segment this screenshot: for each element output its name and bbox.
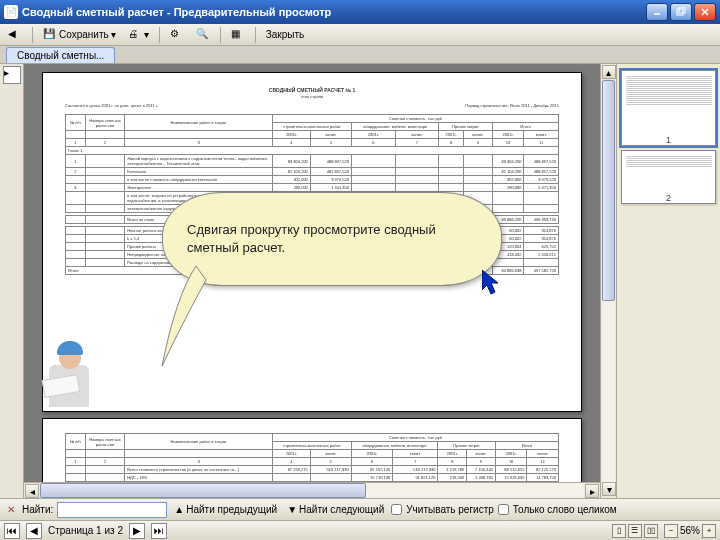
close-window-button[interactable] [694, 3, 716, 21]
svg-marker-5 [482, 270, 498, 294]
find-next-button[interactable]: ▼Найти следующий [284, 503, 387, 516]
zoom-out-button[interactable]: − [664, 524, 678, 538]
vscroll-thumb[interactable] [602, 80, 615, 301]
find-prev-button[interactable]: ▲Найти предыдущий [171, 503, 280, 516]
person-illustration [43, 335, 99, 407]
print-button[interactable]: 🖨▾ [124, 27, 153, 43]
window-title: Сводный сметный расчет - Предварительный… [22, 6, 644, 18]
toolbar: ◀ 💾Сохранить▾ 🖨▾ ⚙ 🔍 ▦ Закрыть [0, 24, 720, 46]
back-button[interactable]: ◀ [4, 27, 26, 43]
find-input[interactable] [57, 502, 167, 518]
match-case-label: Учитывать регистр [406, 504, 494, 515]
first-page-button[interactable]: ⏮ [4, 523, 20, 539]
continuous-button[interactable]: ☰ [628, 524, 642, 538]
thumb-1-number: 1 [622, 135, 715, 145]
hscroll-thumb[interactable] [40, 483, 366, 498]
toolbar-separator [32, 27, 33, 43]
col-code: Номера сметных расче-тов [85, 115, 124, 131]
close-label: Закрыть [266, 29, 305, 40]
callout-tail-icon [156, 256, 216, 376]
last-page-button[interactable]: ⏭ [151, 523, 167, 539]
left-gutter: ▸ [0, 64, 24, 498]
zoom-level: 56% [680, 525, 700, 536]
prev-page-button[interactable]: ◀ [26, 523, 42, 539]
scroll-right-button[interactable]: ▸ [585, 484, 599, 498]
scroll-down-button[interactable]: ▾ [602, 482, 616, 496]
toolbar-separator [255, 27, 256, 43]
whole-word-checkbox[interactable] [498, 504, 509, 515]
tab-main[interactable]: Сводный сметны... [6, 47, 115, 63]
gear-icon: ⚙ [170, 28, 184, 42]
close-preview-button[interactable]: Закрыть [262, 28, 309, 41]
print-icon: 🖨 [128, 28, 142, 42]
scroll-up-button[interactable]: ▴ [602, 65, 616, 79]
tutorial-cursor-icon [482, 270, 504, 300]
up-arrow-icon: ▲ [174, 504, 184, 515]
thumb-2-number: 2 [622, 193, 715, 203]
minimize-button[interactable] [646, 3, 668, 21]
match-case-checkbox[interactable] [391, 504, 402, 515]
col-name: Наименование работ и затрат [125, 115, 273, 131]
find-button[interactable]: 🔍 [192, 27, 214, 43]
back-arrow-icon: ◀ [8, 28, 22, 42]
col-build: строительно-монтажных работ [273, 123, 352, 131]
down-arrow-icon: ▼ [287, 504, 297, 515]
options-button[interactable]: ⚙ [166, 27, 188, 43]
whole-word-label: Только слово целиком [513, 504, 617, 515]
view-mode-buttons: ▯ ☰ ▯▯ [612, 524, 658, 538]
save-label: Сохранить [59, 29, 109, 40]
toolbar-separator [220, 27, 221, 43]
svg-rect-2 [679, 7, 685, 13]
col-smet-group: Сметная стоимость, тыс.руб [273, 115, 559, 123]
find-icon: 🔍 [196, 28, 210, 42]
thumbnails-icon: ▦ [231, 28, 245, 42]
callout-text: Сдвигая прокрутку просмотрите сводный см… [187, 221, 477, 256]
tutorial-callout: Сдвигая прокрутку просмотрите сводный см… [162, 192, 502, 322]
window-titlebar: 📄 Сводный сметный расчет - Предварительн… [0, 0, 720, 24]
save-button[interactable]: 💾Сохранить▾ [39, 27, 120, 43]
two-page-button[interactable]: ▯▯ [644, 524, 658, 538]
gutter-button[interactable]: ▸ [3, 66, 21, 84]
close-find-button[interactable]: ✕ [4, 503, 18, 517]
col-num: № п/п [66, 115, 86, 131]
vertical-scrollbar[interactable]: ▴ ▾ [600, 64, 616, 498]
find-label: Найти: [22, 504, 53, 515]
col-total: Итого [492, 123, 558, 131]
app-icon: 📄 [4, 5, 18, 19]
thumbnail-panel: 1 2 [616, 64, 720, 498]
tab-strip: Сводный сметны... [0, 46, 720, 64]
thumbnails-button[interactable]: ▦ [227, 27, 249, 43]
toolbar-separator [159, 27, 160, 43]
doc-subtitle: стоя строяв [65, 94, 559, 99]
col-other: Прочих затрат [439, 123, 493, 131]
col-equip: оборудования, мебели, инвентаря [352, 123, 439, 131]
horizontal-scrollbar[interactable]: ◂ ▸ [24, 482, 600, 498]
scroll-left-button[interactable]: ◂ [25, 484, 39, 498]
zoom-in-button[interactable]: + [702, 524, 716, 538]
doc-basis-left: Составлен в ценах 2001 г. по дтве, ценах… [65, 103, 158, 108]
doc-title: СВОДНЫЙ СМЕТНЫЙ РАСЧЕТ № 1 [65, 87, 559, 93]
single-page-button[interactable]: ▯ [612, 524, 626, 538]
thumbnail-2[interactable]: 2 [621, 150, 716, 204]
maximize-button[interactable] [670, 3, 692, 21]
svg-rect-1 [677, 9, 683, 15]
find-bar: ✕ Найти: ▲Найти предыдущий ▼Найти следую… [0, 498, 720, 520]
next-page-button[interactable]: ▶ [129, 523, 145, 539]
doc-basis-right: Период строительства: Июль 2011 - Декабр… [465, 103, 559, 108]
save-icon: 💾 [43, 28, 57, 42]
thumbnail-1[interactable]: 1 [621, 70, 716, 146]
page-indicator: Страница 1 из 2 [48, 525, 123, 536]
status-bar: ⏮ ◀ Страница 1 из 2 ▶ ⏭ ▯ ☰ ▯▯ − 56% + [0, 520, 720, 540]
